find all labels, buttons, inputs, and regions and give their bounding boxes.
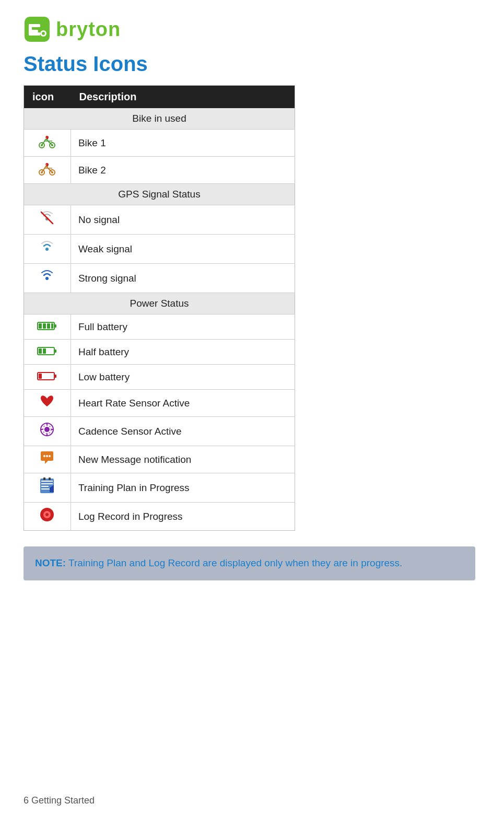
- row-description: Full battery: [71, 315, 295, 340]
- cadence-sensor-icon: [24, 417, 71, 446]
- table-row: 1 Bike 1: [24, 130, 295, 157]
- row-description: Heart Rate Sensor Active: [71, 390, 295, 417]
- row-description: Strong signal: [71, 264, 295, 293]
- table-header-desc: Description: [71, 86, 295, 109]
- bike2-icon: 2: [24, 157, 71, 184]
- table-row: Full battery: [24, 315, 295, 340]
- svg-rect-42: [54, 375, 56, 378]
- footer-text: 6 Getting Started: [24, 795, 95, 806]
- table-header-icon: icon: [24, 86, 71, 109]
- table-row: 2 Bike 2: [24, 157, 295, 184]
- svg-rect-40: [43, 348, 46, 354]
- svg-rect-52: [41, 483, 53, 484]
- svg-rect-0: [25, 17, 50, 42]
- svg-rect-51: [41, 481, 53, 482]
- gps-strong-icon: [24, 264, 71, 293]
- bike1-icon: 1: [24, 130, 71, 157]
- status-table: icon Description Bike in used 1 Bike 1: [24, 85, 295, 531]
- svg-rect-35: [47, 323, 50, 329]
- table-row: Low battery: [24, 365, 295, 390]
- svg-rect-55: [43, 477, 45, 480]
- svg-rect-4: [29, 32, 40, 36]
- battery-low-icon: [24, 365, 71, 390]
- section-label: Bike in used: [24, 108, 295, 130]
- table-row: Cadence Sensor Active: [24, 417, 295, 446]
- svg-line-22: [46, 166, 52, 172]
- note-box: NOTE: Training Plan and Log Record are d…: [24, 546, 475, 580]
- table-row: New Message notification: [24, 446, 295, 473]
- svg-rect-36: [51, 323, 53, 329]
- table-row: Log Record in Progress: [24, 503, 295, 531]
- section-label: GPS Signal Status: [24, 184, 295, 205]
- table-row: Heart Rate Sensor Active: [24, 390, 295, 417]
- svg-text:2: 2: [45, 164, 47, 167]
- svg-point-48: [46, 455, 48, 457]
- bryton-logo-text: bryton: [56, 18, 121, 41]
- row-description: Cadence Sensor Active: [71, 417, 295, 446]
- note-bold: NOTE:: [35, 557, 66, 568]
- logo-area: bryton: [24, 16, 480, 43]
- row-description: Log Record in Progress: [71, 503, 295, 531]
- svg-rect-54: [41, 488, 50, 490]
- svg-rect-32: [54, 324, 56, 328]
- row-description: Half battery: [71, 340, 295, 365]
- log-record-icon: [24, 503, 71, 531]
- gps-nosignal-icon: [24, 205, 71, 235]
- svg-point-45: [44, 427, 50, 432]
- message-notification-icon: [24, 446, 71, 473]
- note-text: Training Plan and Log Record are display…: [66, 557, 402, 568]
- table-section-row: Power Status: [24, 293, 295, 315]
- svg-rect-33: [39, 323, 42, 329]
- svg-point-30: [45, 277, 49, 280]
- svg-rect-56: [49, 477, 51, 480]
- table-row: No signal: [24, 205, 295, 235]
- row-description: Training Plan in Progress: [71, 473, 295, 503]
- svg-point-47: [43, 455, 45, 457]
- section-label: Power Status: [24, 293, 295, 315]
- svg-rect-39: [39, 348, 42, 354]
- svg-rect-53: [41, 486, 49, 487]
- svg-rect-43: [39, 374, 42, 379]
- heart-rate-icon: [24, 390, 71, 417]
- row-description: No signal: [71, 205, 295, 235]
- table-row: Training Plan in Progress: [24, 473, 295, 503]
- svg-point-29: [45, 248, 49, 251]
- battery-full-icon: [24, 315, 71, 340]
- gps-weak-icon: [24, 235, 71, 264]
- battery-half-icon: [24, 340, 71, 365]
- table-row: Half battery: [24, 340, 295, 365]
- row-description: Bike 1: [71, 130, 295, 157]
- bryton-logo-icon: [24, 16, 51, 43]
- row-description: Bike 2: [71, 157, 295, 184]
- table-section-row: Bike in used: [24, 108, 295, 130]
- row-description: Low battery: [71, 365, 295, 390]
- row-description: Weak signal: [71, 235, 295, 264]
- svg-rect-2: [29, 24, 40, 27]
- svg-point-49: [49, 455, 51, 457]
- training-plan-icon: [24, 473, 71, 503]
- table-row: Weak signal: [24, 235, 295, 264]
- row-description: New Message notification: [71, 446, 295, 473]
- table-row: Strong signal: [24, 264, 295, 293]
- page-title: Status Icons: [24, 52, 480, 76]
- svg-line-12: [46, 139, 52, 145]
- svg-point-6: [42, 32, 45, 35]
- table-section-row: GPS Signal Status: [24, 184, 295, 205]
- svg-text:1: 1: [45, 136, 47, 139]
- svg-rect-3: [29, 30, 38, 32]
- svg-rect-38: [54, 350, 56, 353]
- svg-point-59: [45, 513, 49, 516]
- svg-rect-34: [43, 323, 46, 329]
